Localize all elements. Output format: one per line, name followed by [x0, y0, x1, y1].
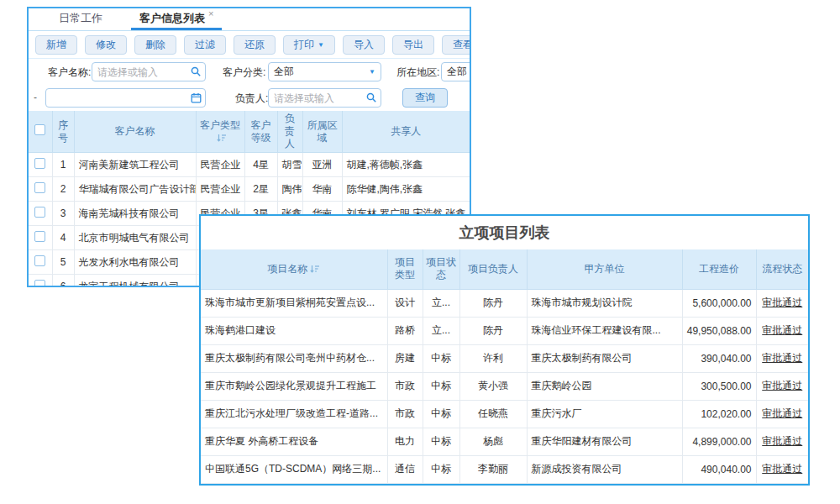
row-checkbox[interactable]	[34, 158, 45, 169]
customer-name-link[interactable]: 龙宇工程机械有限公司	[74, 275, 196, 288]
flow-status-link[interactable]: 审批通过	[756, 344, 808, 372]
project-name-link[interactable]: 珠海鹤港口建设	[201, 317, 387, 344]
project-manager-link[interactable]: 黄小强	[459, 372, 527, 400]
project-type-cell: 路桥	[387, 317, 423, 344]
query-button[interactable]: 查询	[402, 88, 448, 108]
header-project-name[interactable]: 项目名称	[201, 249, 387, 289]
project-manager-link[interactable]: 陈丹	[459, 317, 527, 344]
customer-name-link[interactable]: 北京市明城电气有限公司	[74, 226, 196, 250]
header-customer-type-label: 客户类型	[199, 119, 242, 132]
project-name-link[interactable]: 重庆江北污水处理厂级改造工程-道路...	[201, 400, 387, 428]
project-manager-link[interactable]: 李勤丽	[459, 455, 527, 483]
row-select-cell	[29, 275, 52, 288]
date-field[interactable]	[45, 88, 206, 108]
customer-grade-cell: 4星	[244, 153, 277, 177]
flow-status-link[interactable]: 审批通过	[756, 428, 808, 455]
project-manager-link[interactable]: 任晓燕	[459, 400, 527, 428]
export-button[interactable]: 导出	[392, 35, 434, 55]
row-checkbox[interactable]	[34, 182, 45, 193]
calendar-icon[interactable]	[191, 92, 202, 103]
close-icon[interactable]: ×	[208, 8, 213, 18]
tab-customer-list-label: 客户信息列表	[139, 12, 205, 24]
project-manager-link[interactable]: 许利	[459, 344, 527, 372]
flow-status-link[interactable]: 审批通过	[756, 289, 808, 317]
project-table-row[interactable]: 重庆华夏 外高桥工程设备 电力 中标 杨彪 重庆华阳建材有限公司 4,899,0…	[201, 428, 808, 455]
project-name-link[interactable]: 重庆市鹅岭公园绿化景观提升工程施工	[201, 372, 387, 400]
customer-type-cell: 民营企业	[196, 177, 244, 202]
customer-name-field[interactable]	[92, 62, 206, 81]
region-select[interactable]: 全部	[441, 62, 471, 81]
region-value: 全部	[447, 65, 467, 79]
project-table-row[interactable]: 重庆江北污水处理厂级改造工程-道路... 市政 中标 任晓燕 重庆污水厂 102…	[201, 400, 808, 428]
search-icon[interactable]	[366, 92, 377, 103]
row-checkbox[interactable]	[34, 280, 45, 287]
project-status-cell: 立...	[423, 317, 459, 344]
view-log-button-label: 查看日志	[453, 38, 471, 52]
row-checkbox[interactable]	[34, 255, 45, 266]
select-all-checkbox[interactable]	[34, 124, 45, 135]
restore-button[interactable]: 还原	[234, 35, 276, 55]
flow-status-link[interactable]: 审批通过	[756, 400, 808, 428]
seq-cell: 1	[52, 153, 74, 177]
flow-status-link[interactable]: 审批通过	[756, 372, 808, 400]
manager-field[interactable]	[268, 88, 381, 108]
project-table-row[interactable]: 重庆太极制药有限公司亳州中药材仓... 房建 中标 许利 重庆太极制药有限公司 …	[201, 344, 808, 372]
customer-table-row[interactable]: 2 华瑞城有限公司广告设计部 民营企业 2星 陶伟 华南 陈华健,陶伟,张鑫	[29, 177, 470, 202]
filter-button[interactable]: 过滤	[184, 35, 226, 55]
project-name-link[interactable]: 珠海市城市更新项目紫桐苑安置点设...	[201, 289, 387, 317]
project-name-link[interactable]: 重庆华夏 外高桥工程设备	[201, 428, 387, 455]
region-label: 所在地区:	[396, 66, 439, 80]
search-icon[interactable]	[191, 66, 202, 77]
import-button[interactable]: 导入	[343, 35, 385, 55]
cost-cell: 102,020.00	[682, 400, 756, 428]
project-manager-link[interactable]: 杨彪	[459, 428, 527, 455]
add-button[interactable]: 新增	[35, 35, 77, 55]
print-dropdown-button[interactable]: 打印▼	[283, 35, 335, 55]
project-name-link[interactable]: 重庆太极制药有限公司亳州中药材仓...	[201, 344, 387, 372]
customer-table-row[interactable]: 1 河南美新建筑工程公司 民营企业 4星 胡雪 亚洲 胡建,蒋德帧,张鑫	[29, 153, 470, 177]
date-input[interactable]	[51, 92, 191, 104]
customer-category-select[interactable]: 全部 ▼	[268, 62, 381, 81]
seq-cell: 2	[52, 177, 74, 202]
cost-cell: 490,040.00	[682, 455, 756, 483]
project-manager-link[interactable]: 陈丹	[459, 289, 527, 317]
project-panel-title: 立项项目列表	[201, 216, 808, 249]
manager-link[interactable]: 陶伟	[277, 177, 302, 202]
project-table-row[interactable]: 重庆市鹅岭公园绿化景观提升工程施工 市政 中标 黄小强 重庆鹅岭公园 300,5…	[201, 372, 808, 400]
import-button-label: 导入	[354, 38, 374, 52]
view-log-button[interactable]: 查看日志	[442, 35, 471, 55]
header-seq: 序号	[52, 111, 74, 153]
manager-input[interactable]	[274, 92, 366, 104]
sort-icon	[217, 134, 227, 142]
print-button-label: 打印	[294, 38, 314, 52]
project-table-row[interactable]: 珠海市城市更新项目紫桐苑安置点设... 设计 立... 陈丹 珠海市城市规划设计…	[201, 289, 808, 317]
customer-name-link[interactable]: 海南芜城科技有限公司	[74, 202, 196, 226]
project-table-body: 珠海市城市更新项目紫桐苑安置点设... 设计 立... 陈丹 珠海市城市规划设计…	[201, 289, 808, 483]
seq-cell: 6	[52, 275, 74, 288]
customer-toolbar: 新增 修改 删除 过滤 还原 打印▼ 导入 导出 查看日志	[29, 31, 470, 59]
customer-name-link[interactable]: 光发水利水电有限公司	[74, 250, 196, 275]
row-checkbox[interactable]	[34, 207, 45, 218]
manager-link[interactable]: 胡雪	[277, 153, 302, 177]
project-panel: 立项项目列表 项目名称 项目类型 项目状态 项目负责人 甲方单位 工程造价 流程…	[199, 214, 810, 486]
project-table-row[interactable]: 中国联通5G（TD-SCDMA）网络三期... 通信 中标 李勤丽 新源成投资有…	[201, 455, 808, 483]
tab-daily-work[interactable]: 日常工作	[50, 8, 111, 30]
edit-button[interactable]: 修改	[85, 35, 127, 55]
header-manager: 负责人	[277, 111, 302, 153]
tab-customer-list[interactable]: 客户信息列表×	[131, 8, 222, 30]
header-customer-grade: 客户等级	[244, 111, 277, 153]
customer-category-label: 客户分类:	[223, 66, 265, 80]
project-type-cell: 房建	[387, 344, 423, 372]
delete-button[interactable]: 删除	[134, 35, 176, 55]
flow-status-link[interactable]: 审批通过	[756, 455, 808, 483]
project-table-row[interactable]: 珠海鹤港口建设 路桥 立... 陈丹 珠海信业环保工程建设有限... 49,95…	[201, 317, 808, 344]
client-cell: 重庆太极制药有限公司	[527, 344, 682, 372]
row-checkbox[interactable]	[34, 231, 45, 242]
customer-name-link[interactable]: 华瑞城有限公司广告设计部	[74, 177, 196, 202]
project-name-link[interactable]: 中国联通5G（TD-SCDMA）网络三期...	[201, 455, 387, 483]
customer-name-link[interactable]: 河南美新建筑工程公司	[74, 153, 196, 177]
row-select-cell	[29, 202, 52, 226]
flow-status-link[interactable]: 审批通过	[756, 317, 808, 344]
header-customer-type[interactable]: 客户类型	[196, 111, 244, 153]
customer-name-input[interactable]	[97, 66, 191, 78]
